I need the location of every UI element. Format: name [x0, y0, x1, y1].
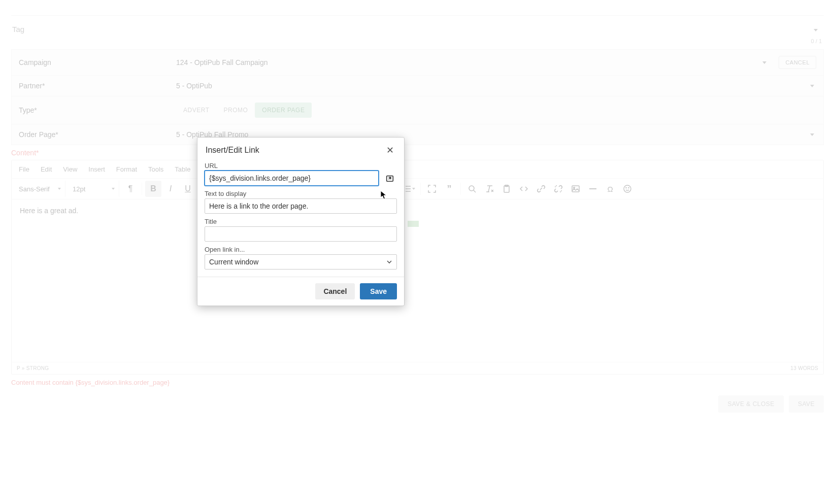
type-tabs: ADVERT PROMO ORDER PAGE — [176, 103, 312, 118]
omega-icon[interactable]: Ω — [602, 181, 618, 197]
type-tab-orderpage[interactable]: ORDER PAGE — [255, 103, 312, 118]
chevron-down-icon — [810, 133, 814, 136]
svg-rect-5 — [406, 191, 411, 191]
url-label: URL — [205, 162, 379, 170]
modal-cancel-button[interactable]: Cancel — [315, 283, 355, 299]
link-title-input[interactable] — [205, 226, 397, 242]
font-family-select[interactable]: Sans-Serif — [15, 181, 65, 197]
paste-icon[interactable] — [498, 181, 515, 197]
italic-icon[interactable]: I — [162, 181, 179, 197]
chevron-down-icon — [810, 85, 814, 87]
partner-label: Partner* — [19, 82, 176, 90]
editor-body-text: Here is a great ad. — [20, 207, 78, 215]
svg-rect-3 — [406, 188, 411, 189]
chevron-down-icon — [386, 259, 392, 265]
image-icon[interactable] — [567, 181, 584, 197]
campaign-row: Campaign 124 - OptiPub Fall Campaign CAN… — [11, 49, 824, 76]
svg-rect-9 — [572, 186, 579, 192]
code-icon[interactable] — [516, 181, 532, 197]
open-in-select[interactable]: Current window — [205, 254, 397, 270]
menu-table[interactable]: Table — [172, 163, 193, 175]
partner-row: Partner* 5 - OptiPub — [11, 75, 824, 96]
validation-message: Content must contain {$sys_division.link… — [11, 375, 824, 395]
url-input[interactable] — [205, 171, 379, 186]
type-row: Type* ADVERT PROMO ORDER PAGE — [11, 96, 824, 124]
open-url-button[interactable] — [383, 172, 397, 186]
menu-tools[interactable]: Tools — [145, 163, 166, 175]
campaign-cancel-button[interactable]: CANCEL — [779, 56, 816, 69]
save-button[interactable]: SAVE — [789, 395, 824, 413]
editor-path: P » STRONG — [17, 365, 49, 371]
type-tab-advert[interactable]: ADVERT — [176, 103, 216, 118]
editor-words: 13 WORDS — [790, 365, 818, 371]
campaign-value[interactable]: 124 - OptiPub Fall Campaign — [176, 58, 268, 66]
chevron-down-icon — [762, 61, 766, 64]
clear-format-icon[interactable] — [481, 181, 497, 197]
rich-text-editor: File Edit View Insert Format Tools Table… — [11, 160, 824, 375]
menu-format[interactable]: Format — [113, 163, 140, 175]
underline-icon[interactable]: U — [180, 181, 196, 197]
svg-rect-1 — [406, 186, 411, 186]
selection-marker — [408, 221, 419, 227]
bold-icon[interactable]: B — [145, 181, 161, 197]
svg-point-10 — [574, 187, 575, 189]
type-tab-promo[interactable]: PROMO — [216, 103, 255, 118]
link-title-label: Title — [205, 218, 397, 225]
content-label: Content* — [11, 145, 824, 160]
type-label: Type* — [19, 106, 176, 114]
page-actions: SAVE & CLOSE SAVE — [11, 395, 824, 419]
campaign-label: Campaign — [19, 58, 176, 66]
text-display-label: Text to display — [205, 190, 397, 197]
link-icon[interactable] — [533, 181, 549, 197]
text-display-input[interactable] — [205, 198, 397, 214]
tag-counter: 0 / 1 — [13, 38, 822, 44]
svg-point-13 — [628, 187, 629, 188]
fullscreen-icon[interactable] — [424, 181, 440, 197]
editor-toolbar: Sans-Serif 12pt ¶ B I U ” Ω — [12, 179, 823, 199]
modal-save-button[interactable]: Save — [360, 283, 397, 299]
font-size-select[interactable]: 12pt — [69, 181, 119, 197]
emoji-icon[interactable] — [619, 181, 636, 197]
search-icon[interactable] — [464, 181, 480, 197]
partner-value[interactable]: 5 - OptiPub — [176, 82, 212, 90]
menu-file[interactable]: File — [16, 163, 32, 175]
tag-input-wrapper: Tag — [11, 16, 824, 38]
open-in-value: Current window — [209, 258, 258, 266]
save-and-close-button[interactable]: SAVE & CLOSE — [718, 395, 783, 413]
insert-link-modal: Insert/Edit Link ✕ URL Text to display T… — [197, 137, 405, 306]
svg-point-12 — [626, 187, 626, 188]
svg-point-6 — [469, 186, 474, 191]
paragraph-icon[interactable]: ¶ — [122, 181, 139, 197]
editor-menubar: File Edit View Insert Format Tools Table — [12, 160, 823, 179]
menu-view[interactable]: View — [60, 163, 80, 175]
tag-input[interactable]: Tag — [11, 21, 824, 38]
open-in-label: Open link in... — [205, 246, 397, 253]
chevron-down-icon — [814, 29, 818, 31]
modal-title: Insert/Edit Link — [206, 146, 259, 155]
close-icon[interactable]: ✕ — [384, 145, 396, 156]
hr-icon[interactable] — [585, 181, 601, 197]
menu-edit[interactable]: Edit — [38, 163, 55, 175]
editor-statusbar: P » STRONG 13 WORDS — [12, 362, 823, 374]
orderpage-row: Order Page* 5 - OptiPub Fall Promo — [11, 124, 824, 145]
orderpage-label: Order Page* — [19, 130, 176, 139]
blockquote-icon[interactable]: ” — [441, 181, 457, 197]
menu-insert[interactable]: Insert — [85, 163, 108, 175]
tag-label: Tag — [12, 25, 24, 33]
unlink-icon[interactable] — [550, 181, 566, 197]
editor-body[interactable]: Here is a great ad. — [12, 199, 823, 362]
svg-point-11 — [624, 185, 631, 192]
